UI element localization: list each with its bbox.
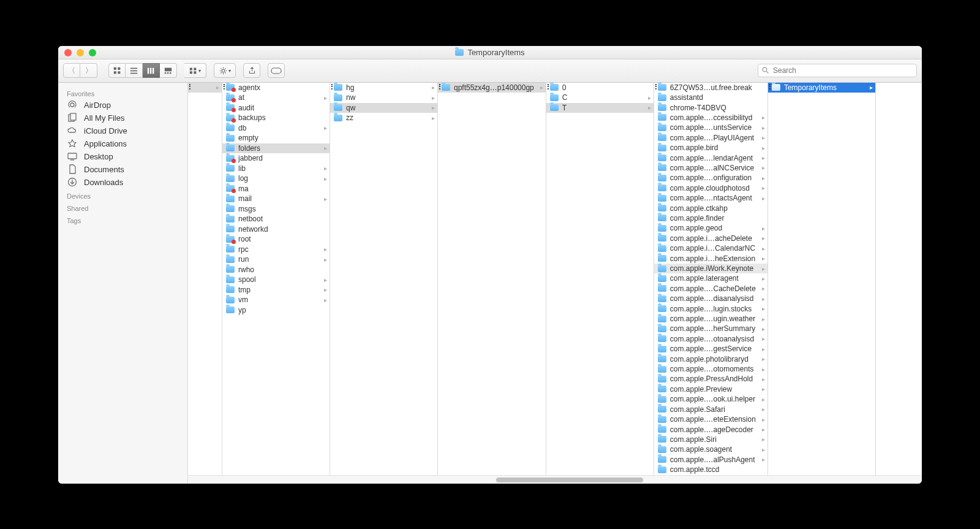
sidebar-item-downloads[interactable]: Downloads — [58, 176, 187, 189]
folder-row[interactable]: nw▸ — [330, 93, 437, 103]
folder-row[interactable]: com.apple.…diaanalysisd▸ — [654, 294, 767, 303]
sidebar-item-desktop[interactable]: Desktop — [58, 150, 187, 163]
folder-row[interactable]: log▸ — [222, 173, 330, 184]
column-4[interactable]: 0C▸T▸ — [546, 83, 654, 475]
folder-row[interactable]: com.apple.i…acheDelete▸ — [654, 234, 767, 243]
sidebar-item-all-my-files[interactable]: All My Files — [58, 112, 187, 124]
folder-row[interactable]: com.apple.bird▸ — [654, 143, 767, 153]
folder-row[interactable]: com.apple.…ntactsAgent▸ — [654, 193, 767, 203]
maximize-button[interactable] — [89, 49, 96, 56]
folder-row[interactable]: com.apple.…PlayUIAgent▸ — [654, 133, 767, 143]
folder-row[interactable]: networkd — [222, 224, 330, 235]
folder-row[interactable]: vm▸ — [222, 295, 330, 305]
folder-row[interactable]: com.apple.i…CalendarNC▸ — [654, 243, 767, 253]
folder-row[interactable]: com.apple.…otoanalysisd▸ — [654, 334, 767, 344]
folder-row[interactable]: com.apple.…herSummary▸ — [654, 324, 767, 333]
folder-row[interactable]: lib▸ — [222, 164, 330, 174]
folder-row[interactable]: com.apple.photolibraryd▸ — [654, 354, 767, 363]
folder-row[interactable]: com.apple.…alPushAgent▸ — [654, 455, 767, 465]
folder-row[interactable]: jabberd — [222, 153, 330, 164]
folder-row[interactable]: com.apple.finder — [654, 213, 767, 223]
folder-row[interactable]: com.apple.…untsService▸ — [654, 123, 767, 132]
arrange-button[interactable]: ▾ — [184, 63, 206, 78]
folder-row[interactable]: empty — [222, 133, 330, 143]
folder-row[interactable]: 0 — [546, 83, 654, 93]
folder-row[interactable]: com.apple.PressAndHold▸ — [654, 374, 767, 384]
view-list-button[interactable] — [126, 63, 143, 78]
folder-row[interactable]: mail▸ — [222, 194, 330, 204]
folder-row[interactable]: com.apple.iWork.Keynote▸ — [654, 264, 767, 273]
folder-row[interactable]: rwho — [222, 265, 330, 275]
folder-row[interactable]: com.apple.…ccessibilityd▸ — [654, 113, 767, 123]
folder-row[interactable]: yp — [222, 305, 330, 316]
folder-row[interactable]: msgs — [222, 204, 330, 215]
folder-row[interactable]: com.apple.lateragent▸ — [654, 273, 767, 283]
folder-row[interactable]: ▸ — [188, 83, 222, 93]
folder-row[interactable]: com.apple.Siri▸ — [654, 435, 767, 444]
folder-row[interactable]: com.apple.…CacheDelete▸ — [654, 284, 767, 294]
folder-row[interactable]: zz▸ — [330, 113, 437, 123]
column-0[interactable]: ▸ — [188, 83, 222, 475]
folder-row[interactable]: 6Z7QW53…ut.free.break — [654, 83, 767, 93]
folder-row[interactable]: com.apple.…alNCService▸ — [654, 163, 767, 173]
folder-row[interactable]: com.apple.…lendarAgent▸ — [654, 153, 767, 162]
column-1[interactable]: agentxat▸auditbackupsdb▸emptyfolders▸jab… — [222, 83, 330, 475]
folder-row[interactable]: com.apple.Preview▸ — [654, 384, 767, 394]
close-button[interactable] — [64, 49, 72, 56]
column-5[interactable]: 6Z7QW53…ut.free.breakassistantdchrome-T4… — [654, 83, 768, 475]
folder-row[interactable]: root — [222, 234, 330, 245]
column-view[interactable]: ▸agentxat▸auditbackupsdb▸emptyfolders▸ja… — [188, 83, 922, 475]
search-input[interactable] — [773, 66, 913, 75]
view-columns-button[interactable] — [143, 63, 160, 78]
folder-row[interactable]: T▸ — [546, 103, 654, 113]
column-3[interactable]: qpft55zx4g…p140000gp▸ — [438, 83, 546, 475]
folder-row[interactable]: ma — [222, 184, 330, 194]
folder-row[interactable]: com.apple.soagent▸ — [654, 444, 767, 454]
folder-row[interactable]: com.apple.…lugin.stocks▸ — [654, 303, 767, 313]
folder-row[interactable]: com.apple.…ageDecoder▸ — [654, 424, 767, 434]
folder-row[interactable]: com.apple.…onfiguration▸ — [654, 173, 767, 183]
folder-row[interactable]: TemporaryItems▸ — [768, 83, 875, 93]
folder-row[interactable]: com.apple.…ugin.weather▸ — [654, 314, 767, 324]
column-6[interactable]: TemporaryItems▸ — [768, 83, 876, 475]
folder-row[interactable]: com.apple.tccd — [654, 465, 767, 474]
folder-row[interactable]: chrome-T4DBVQ — [654, 102, 767, 112]
folder-row[interactable]: qpft55zx4g…p140000gp▸ — [438, 83, 546, 93]
folder-row[interactable]: folders▸ — [222, 143, 330, 154]
folder-row[interactable]: com.apple.cloudphotosd▸ — [654, 183, 767, 193]
folder-row[interactable]: C▸ — [546, 93, 654, 103]
folder-row[interactable]: hg▸ — [330, 83, 437, 93]
folder-row[interactable]: run▸ — [222, 254, 330, 265]
folder-row[interactable]: com.apple.…otomoments▸ — [654, 364, 767, 374]
folder-row[interactable]: audit — [222, 103, 330, 113]
folder-row[interactable]: at▸ — [222, 93, 330, 103]
folder-row[interactable]: com.apple.i…heExtension▸ — [654, 253, 767, 263]
folder-row[interactable]: com.apple.Safari▸ — [654, 405, 767, 414]
folder-row[interactable]: tmp▸ — [222, 285, 330, 295]
share-button[interactable] — [243, 63, 260, 78]
tags-button[interactable] — [268, 63, 285, 78]
folder-row[interactable]: com.apple.…eteExtension▸ — [654, 414, 767, 424]
scrollbar-thumb[interactable] — [496, 478, 643, 482]
minimize-button[interactable] — [77, 49, 84, 56]
folder-row[interactable]: com.apple.…gestService▸ — [654, 344, 767, 354]
sidebar-item-airdrop[interactable]: AirDrop — [58, 99, 187, 112]
forward-button[interactable]: 〉 — [80, 63, 97, 78]
titlebar[interactable]: TemporaryItems — [58, 46, 922, 59]
folder-row[interactable]: agentx — [222, 83, 330, 93]
search-field[interactable] — [758, 64, 917, 77]
folder-row[interactable]: assistantd — [654, 93, 767, 102]
folder-row[interactable]: com.apple.…ook.ui.helper▸ — [654, 394, 767, 404]
folder-row[interactable]: spool▸ — [222, 275, 330, 285]
horizontal-scrollbar[interactable] — [188, 475, 922, 484]
folder-row[interactable]: netboot — [222, 214, 330, 224]
folder-row[interactable]: backups — [222, 113, 330, 123]
folder-row[interactable]: rpc▸ — [222, 245, 330, 255]
folder-row[interactable]: com.apple.ctkahp — [654, 203, 767, 213]
back-button[interactable]: 〈 — [63, 63, 80, 78]
sidebar-item-documents[interactable]: Documents — [58, 163, 187, 176]
folder-row[interactable]: com.apple.geod▸ — [654, 223, 767, 233]
action-menu-button[interactable]: ▾ — [214, 63, 236, 78]
column-2[interactable]: hg▸nw▸qw▸zz▸ — [330, 83, 438, 475]
folder-row[interactable]: db▸ — [222, 123, 330, 134]
